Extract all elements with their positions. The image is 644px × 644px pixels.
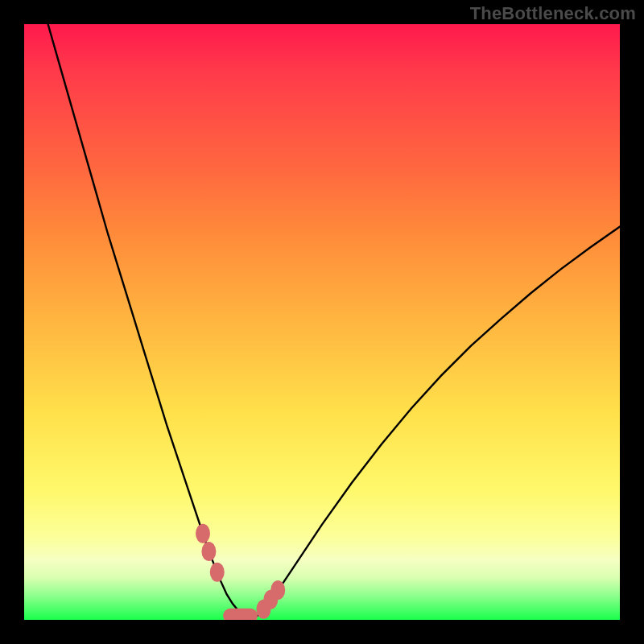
chart-svg — [24, 24, 620, 620]
marker-dot — [210, 563, 225, 582]
marker-dot — [196, 524, 210, 543]
plot-area — [24, 24, 620, 620]
outer-frame: TheBottleneck.com — [0, 0, 644, 644]
bottleneck-curve — [48, 24, 620, 617]
marker-cluster — [196, 524, 285, 620]
marker-bar — [223, 609, 258, 620]
marker-dot — [270, 580, 285, 600]
marker-dot — [201, 542, 216, 561]
watermark-text: TheBottleneck.com — [470, 3, 636, 24]
